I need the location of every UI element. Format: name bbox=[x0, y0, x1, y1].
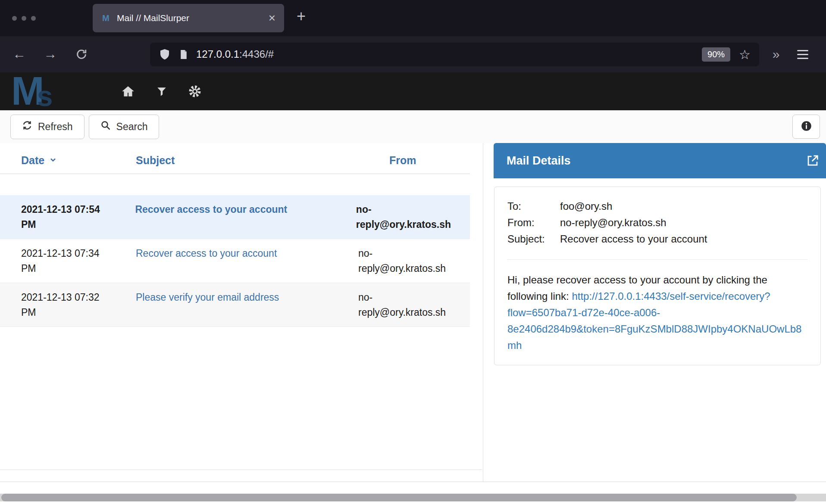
url-text: 127.0.0.1:4436/# bbox=[196, 48, 274, 60]
mailslurper-logo: M s bbox=[11, 75, 102, 107]
browser-navbar: ← → 127.0.0.1:4436/# 90% ☆ » bbox=[0, 36, 826, 72]
mail-details-header: Mail Details bbox=[494, 143, 826, 178]
mail-row-date: 2021-12-13 07:34 PM bbox=[0, 246, 136, 276]
column-header-subject[interactable]: Subject bbox=[136, 154, 358, 167]
field-label: Subject: bbox=[507, 231, 560, 247]
mail-row-from: no-reply@ory.kratos.sh bbox=[358, 246, 470, 276]
field-value: no-reply@ory.kratos.sh bbox=[560, 215, 807, 231]
reload-icon[interactable] bbox=[69, 42, 94, 67]
mail-row-subject[interactable]: Recover access to your account bbox=[136, 248, 277, 259]
mail-row[interactable]: 2021-12-13 07:54 PM Recover access to yo… bbox=[0, 195, 470, 239]
page-info-icon[interactable] bbox=[178, 49, 189, 60]
app-nav-icons bbox=[121, 84, 202, 99]
mail-details-card: To: foo@ory.sh From: no-reply@ory.kratos… bbox=[494, 187, 821, 365]
external-link-icon[interactable] bbox=[806, 154, 819, 167]
toolbar-overflow-icon[interactable]: » bbox=[766, 47, 786, 62]
field-value: foo@ory.sh bbox=[560, 198, 807, 215]
mail-detail-fields: To: foo@ory.sh From: no-reply@ory.kratos… bbox=[507, 198, 807, 247]
logo-letter-s: s bbox=[37, 85, 53, 107]
nav-controls: ← → bbox=[7, 42, 94, 67]
browser-tab[interactable]: M Mail // MailSlurper × bbox=[93, 4, 284, 32]
scrollbar-thumb[interactable] bbox=[1, 494, 797, 501]
action-toolbar: Refresh Search bbox=[0, 110, 826, 143]
url-path: :4436/# bbox=[239, 48, 274, 60]
refresh-icon bbox=[22, 120, 32, 133]
field-value: Recover access to your account bbox=[560, 231, 807, 247]
mail-row-from: no-reply@ory.kratos.sh bbox=[358, 290, 470, 320]
mail-details-title: Mail Details bbox=[507, 154, 806, 168]
refresh-button[interactable]: Refresh bbox=[10, 115, 84, 139]
url-host: 127.0.0.1 bbox=[196, 48, 239, 60]
mail-detail-field: Subject: Recover access to your account bbox=[507, 231, 807, 247]
mail-row-subject[interactable]: Recover access to your account bbox=[135, 204, 287, 215]
refresh-button-label: Refresh bbox=[38, 121, 73, 133]
info-button[interactable] bbox=[792, 115, 820, 139]
home-icon[interactable] bbox=[121, 84, 135, 99]
window-dot bbox=[12, 16, 17, 21]
mail-row-date: 2021-12-13 07:54 PM bbox=[0, 202, 135, 232]
mail-row-subject[interactable]: Please verify your email address bbox=[136, 292, 279, 303]
bookmark-star-icon[interactable]: ☆ bbox=[739, 47, 751, 62]
sort-chevron-down-icon bbox=[49, 154, 57, 167]
column-header-date-label: Date bbox=[21, 154, 44, 167]
mail-list-rows: 2021-12-13 07:54 PM Recover access to yo… bbox=[0, 195, 470, 327]
mail-row[interactable]: 2021-12-13 07:32 PM Please verify your e… bbox=[0, 283, 470, 327]
search-button-label: Search bbox=[116, 121, 148, 133]
search-icon bbox=[100, 120, 111, 133]
new-tab-button[interactable]: + bbox=[297, 9, 306, 24]
app-header: M s bbox=[0, 72, 826, 110]
window-dot bbox=[31, 16, 36, 21]
column-header-from[interactable]: From bbox=[358, 154, 470, 167]
browser-tabstrip: M Mail // MailSlurper × + bbox=[0, 0, 826, 36]
tab-title: Mail // MailSlurper bbox=[117, 13, 263, 23]
mail-body: Hi, please recover access to your accoun… bbox=[507, 272, 807, 354]
hamburger-menu-icon[interactable] bbox=[797, 47, 808, 62]
column-header-date[interactable]: Date bbox=[0, 154, 136, 167]
bottom-divider bbox=[0, 482, 826, 482]
filter-icon[interactable] bbox=[156, 86, 167, 97]
zoom-level-badge[interactable]: 90% bbox=[702, 47, 730, 62]
mail-detail-field: To: foo@ory.sh bbox=[507, 198, 807, 215]
shield-icon[interactable] bbox=[159, 48, 171, 60]
details-divider bbox=[507, 259, 807, 260]
horizontal-scrollbar[interactable] bbox=[0, 494, 826, 501]
back-icon[interactable]: ← bbox=[7, 42, 32, 67]
mail-row-date: 2021-12-13 07:32 PM bbox=[0, 290, 136, 320]
tab-favicon-icon: M bbox=[102, 13, 117, 23]
search-button[interactable]: Search bbox=[89, 115, 160, 139]
window-controls bbox=[12, 16, 36, 21]
info-icon bbox=[801, 120, 812, 134]
pane-divider bbox=[483, 143, 483, 482]
field-label: To: bbox=[507, 198, 560, 215]
forward-icon[interactable]: → bbox=[38, 42, 63, 67]
mail-row[interactable]: 2021-12-13 07:34 PM Recover access to yo… bbox=[0, 239, 470, 283]
tab-close-icon[interactable]: × bbox=[269, 12, 275, 24]
mail-detail-field: From: no-reply@ory.kratos.sh bbox=[507, 215, 807, 231]
mail-row-from: no-reply@ory.kratos.sh bbox=[356, 202, 470, 232]
gear-icon[interactable] bbox=[188, 84, 202, 98]
url-bar[interactable]: 127.0.0.1:4436/# 90% ☆ bbox=[150, 43, 759, 66]
window-dot bbox=[22, 16, 26, 21]
mail-list-pane: Date Subject From 2021-12-13 07:54 PM Re… bbox=[0, 143, 482, 470]
mail-list-header: Date Subject From bbox=[0, 143, 470, 174]
field-label: From: bbox=[507, 215, 560, 231]
